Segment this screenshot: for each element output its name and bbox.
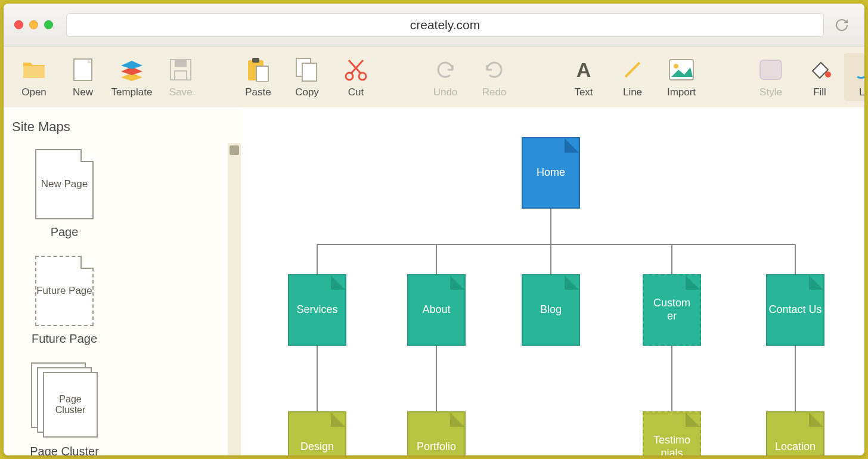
redo-icon: [483, 57, 505, 83]
template-button[interactable]: Template: [107, 53, 156, 101]
redo-button[interactable]: Redo: [470, 53, 519, 101]
copy-button[interactable]: Copy: [283, 53, 331, 101]
shape-page[interactable]: New Page Page: [14, 149, 114, 239]
copy-icon: [296, 57, 318, 83]
toolbar: Open New Template Save Paste C: [4, 46, 864, 107]
diagram-canvas[interactable]: Home Services About Blog Custom er Conta…: [241, 107, 864, 455]
node-testimonials[interactable]: Testimo nials: [643, 411, 701, 455]
svg-text:A: A: [576, 59, 591, 80]
shape-page-cluster[interactable]: Page Cluster Page Cluster: [14, 362, 114, 455]
cut-button[interactable]: Cut: [331, 53, 380, 101]
node-about[interactable]: About: [407, 274, 466, 346]
reload-button[interactable]: [830, 18, 854, 32]
node-services[interactable]: Services: [288, 274, 346, 346]
scissors-icon: [344, 57, 368, 83]
line-icon: [622, 57, 643, 83]
maximize-window-button[interactable]: [44, 20, 53, 29]
sidebar-title: Site Maps: [4, 107, 241, 143]
line-style-button[interactable]: Line: [844, 53, 864, 101]
svg-line-12: [625, 63, 640, 77]
paste-button[interactable]: Paste: [234, 53, 283, 101]
text-icon: A: [573, 57, 594, 83]
paint-bucket-icon: [808, 57, 832, 83]
line-tool-button[interactable]: Line: [608, 53, 657, 101]
style-button[interactable]: Style: [746, 53, 795, 101]
svg-point-16: [825, 72, 831, 77]
svg-point-14: [674, 64, 678, 69]
shape-future-page[interactable]: Future Page Future Page: [14, 256, 114, 346]
clipboard-icon: [247, 57, 269, 83]
svg-rect-2: [175, 60, 187, 67]
node-location[interactable]: Location: [766, 411, 824, 455]
open-button[interactable]: Open: [10, 53, 58, 101]
undo-button[interactable]: Undo: [421, 53, 470, 101]
svg-rect-3: [175, 71, 187, 80]
svg-rect-8: [302, 63, 317, 81]
new-file-icon: [73, 57, 92, 83]
folder-icon: [22, 57, 46, 83]
svg-rect-15: [760, 60, 782, 79]
node-blog[interactable]: Blog: [522, 274, 580, 346]
address-bar[interactable]: creately.com: [66, 13, 824, 37]
pencil-line-icon: [855, 57, 864, 83]
svg-rect-5: [252, 58, 259, 63]
save-button[interactable]: Save: [156, 53, 205, 101]
new-button[interactable]: New: [58, 53, 107, 101]
svg-rect-6: [256, 66, 268, 82]
style-swatch-icon: [760, 57, 782, 83]
sidebar-scrollbar[interactable]: [228, 143, 241, 455]
window-controls: [14, 20, 53, 29]
node-home[interactable]: Home: [522, 137, 580, 209]
layers-icon: [120, 57, 144, 83]
shapes-sidebar: Site Maps New Page Page Future Page Futu…: [4, 107, 241, 455]
browser-chrome: creately.com: [4, 4, 864, 46]
reload-icon: [835, 18, 849, 32]
node-design[interactable]: Design: [288, 411, 346, 455]
url-text: creately.com: [410, 18, 480, 32]
scrollbar-thumb[interactable]: [230, 145, 239, 155]
undo-icon: [435, 57, 456, 83]
node-portfolio[interactable]: Portfolio: [407, 411, 466, 455]
fill-button[interactable]: Fill: [795, 53, 844, 101]
node-customer[interactable]: Custom er: [643, 274, 701, 346]
minimize-window-button[interactable]: [29, 20, 38, 29]
node-contact[interactable]: Contact Us: [766, 274, 824, 346]
text-tool-button[interactable]: A Text: [559, 53, 608, 101]
save-icon: [170, 57, 191, 83]
close-window-button[interactable]: [14, 20, 23, 29]
image-icon: [669, 57, 694, 83]
import-button[interactable]: Import: [657, 53, 706, 101]
